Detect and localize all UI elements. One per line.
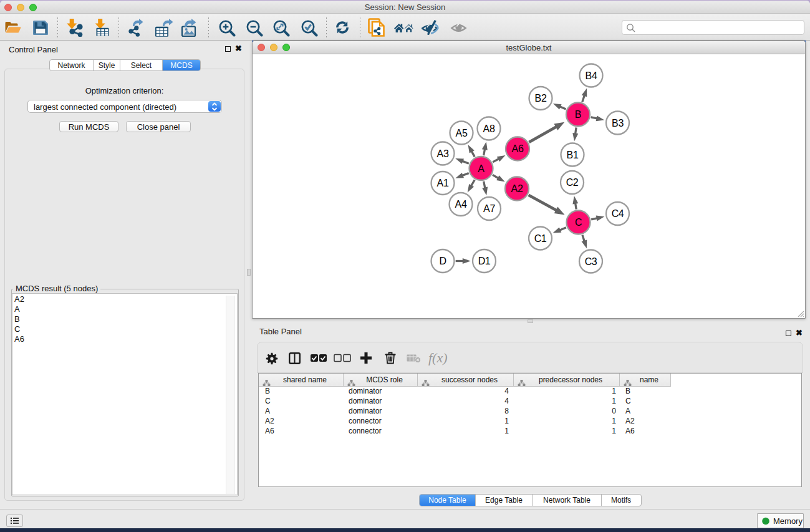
svg-text:C1: C1 bbox=[534, 233, 547, 244]
svg-text:A3: A3 bbox=[437, 148, 449, 159]
svg-text:D: D bbox=[439, 256, 446, 266]
svg-text:C4: C4 bbox=[612, 208, 624, 219]
svg-text:A4: A4 bbox=[455, 199, 467, 210]
svg-text:C3: C3 bbox=[585, 256, 597, 267]
svg-text:B4: B4 bbox=[586, 70, 597, 81]
svg-text:f(x): f(x) bbox=[428, 350, 448, 365]
svg-text:A: A bbox=[478, 163, 485, 174]
svg-text:B: B bbox=[575, 109, 581, 120]
svg-text:A1: A1 bbox=[437, 178, 449, 188]
svg-text:A8: A8 bbox=[483, 123, 495, 134]
svg-text:B3: B3 bbox=[612, 118, 624, 128]
svg-text:B2: B2 bbox=[535, 93, 547, 104]
svg-text:A5: A5 bbox=[456, 128, 468, 138]
svg-text:A2: A2 bbox=[511, 183, 523, 194]
svg-text:A6: A6 bbox=[512, 143, 524, 154]
svg-text:C2: C2 bbox=[566, 177, 579, 188]
svg-text:A7: A7 bbox=[483, 203, 495, 214]
svg-text:C: C bbox=[575, 217, 582, 228]
svg-text:B1: B1 bbox=[567, 150, 579, 160]
svg-text:Memory: Memory bbox=[773, 516, 803, 526]
svg-text:D1: D1 bbox=[478, 256, 491, 266]
